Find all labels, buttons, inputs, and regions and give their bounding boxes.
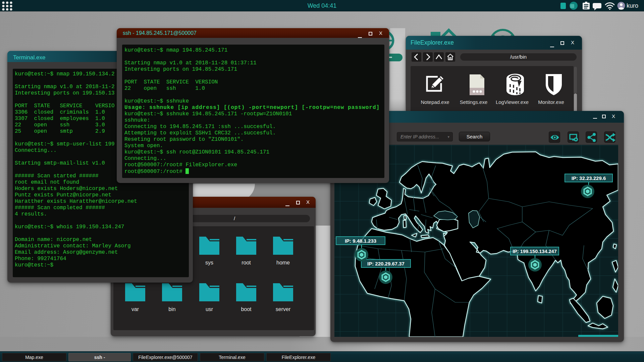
svg-text:IP: 9.48.1.233: IP: 9.48.1.233 bbox=[345, 238, 376, 244]
svg-text:IP: 220.29.67.37: IP: 220.29.67.37 bbox=[367, 261, 405, 266]
svg-text:IP: 199.150.134.247: IP: 199.150.134.247 bbox=[513, 249, 556, 254]
svg-text:IP: 32.23.229.6: IP: 32.23.229.6 bbox=[572, 175, 606, 181]
